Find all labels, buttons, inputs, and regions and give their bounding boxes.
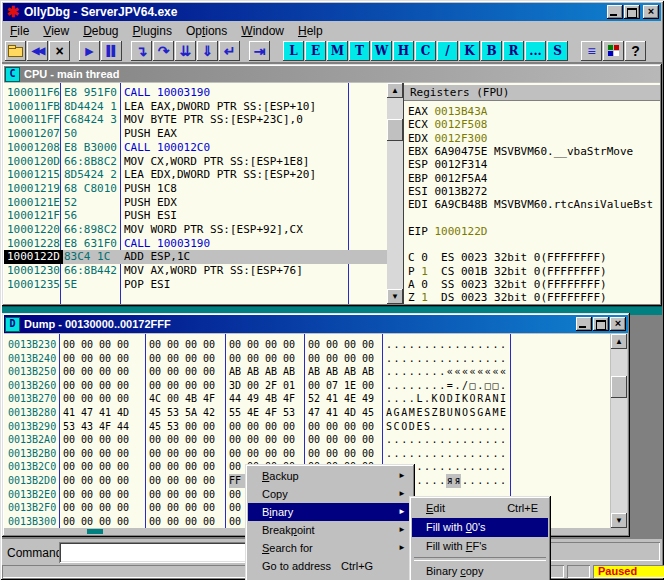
disasm-row[interactable]: 100012158D5424 2LEA EDX,DWORD PTR SS:[ES… [4, 168, 387, 182]
menu-item-go-to-address[interactable]: Go to addressCtrl+G [248, 557, 412, 575]
menubar-item-file[interactable]: File [3, 23, 36, 39]
appearance-icon[interactable] [603, 41, 624, 61]
dump-row[interactable]: 0013B2500000000000000000ABABABABABABABAB… [4, 365, 610, 379]
view-executables-button[interactable]: E [305, 41, 326, 61]
dump-row[interactable]: 0013B2A000000000000000000000000000000000… [4, 433, 610, 447]
view-source-button[interactable]: S [547, 41, 568, 61]
execute-till-return-icon[interactable]: ↵ [219, 41, 240, 61]
register-row[interactable]: EBX 6A90475E MSVBVM60.__vbaStrMove [408, 145, 660, 158]
dump-row[interactable]: 0013B26000000000000000003D002F0100071E00… [4, 379, 610, 393]
restart-icon[interactable]: ◀◀ [27, 41, 48, 61]
disasm-row[interactable]: 1000121F56PUSH ESI [4, 209, 387, 223]
disasm-row[interactable]: 10001228E8 631F0CALL 10003190 [4, 237, 387, 251]
maximize-button[interactable] [624, 5, 640, 19]
view-references-button[interactable]: R [503, 41, 524, 61]
disasm-scrollbar[interactable]: ▲ ▼ [387, 83, 403, 304]
menubar-item-window[interactable]: Window [234, 23, 291, 39]
hscroll-thumb[interactable] [87, 529, 103, 534]
step-over-icon[interactable]: ↷ [153, 41, 174, 61]
menubar-item-view[interactable]: View [36, 23, 76, 39]
scroll-thumb[interactable] [387, 119, 403, 141]
menu-item-binary[interactable]: Binary► [248, 503, 412, 521]
disasm-row[interactable]: 1000122D83C4 1CADD ESP,1C [4, 250, 387, 264]
register-row[interactable]: EDI 6A9CB48B MSVBVM60.rtcAnsiValueBst [408, 198, 660, 211]
menu-item-search-for[interactable]: Search for► [248, 539, 412, 557]
register-row[interactable]: A 0 SS 0023 32bit 0(FFFFFFFF) [408, 278, 660, 291]
dump-maximize-button[interactable] [593, 317, 609, 331]
cpu-title-bar[interactable]: C CPU - main thread [4, 66, 660, 82]
dump-row[interactable]: 0013B2804147414D45535A42554E4F5347414D45… [4, 406, 610, 420]
register-row[interactable]: ESI 0013B272 [408, 185, 660, 198]
register-row[interactable]: ESP 0012F314 [408, 158, 660, 171]
disasm-row[interactable]: 100012355EPOP ESI [4, 278, 387, 292]
view-breakpoints-button[interactable]: B [481, 41, 502, 61]
disasm-row[interactable]: 100011FB8D4424 1LEA EAX,DWORD PTR SS:[ES… [4, 100, 387, 114]
menu-item-fill-with-00-s[interactable]: Fill with 00's [412, 518, 548, 537]
dump-row[interactable]: 0013B23000000000000000000000000000000000… [4, 338, 610, 352]
scroll-down-icon[interactable]: ▼ [611, 513, 627, 528]
animate-into-icon[interactable]: ⇊ [175, 41, 196, 61]
dump-row[interactable]: 0013B2B000000000000000000000000000000000… [4, 447, 610, 461]
register-row[interactable]: Z 1 DS 0023 32bit 0(FFFFFFFF) [408, 291, 660, 304]
register-row[interactable]: EAX 0013B43A [408, 105, 660, 118]
register-row[interactable]: ECX 0012F508 [408, 118, 660, 131]
menubar-item-options[interactable]: Options [179, 23, 234, 39]
disasm-row[interactable]: 1000121968 C8010PUSH 1C8 [4, 182, 387, 196]
registers-panel[interactable]: Registers (FPU) EAX 0013B43AECX 0012F508… [403, 83, 660, 304]
disasm-row[interactable]: 1000122066:898C2MOV WORD PTR SS:[ESP+92]… [4, 223, 387, 237]
scroll-down-icon[interactable]: ▼ [387, 289, 403, 304]
command-combobox[interactable]: ▼ [59, 542, 265, 563]
go-to-icon[interactable]: ⇥ [249, 41, 270, 61]
view-run-trace-button[interactable]: ... [525, 41, 546, 61]
dump-title-bar[interactable]: D Dump - 00130000..00172FFF × [4, 315, 628, 333]
open-file-icon[interactable] [5, 41, 26, 61]
disassembly-panel[interactable]: 100011F6E8 951F0CALL 10003190100011FB8D4… [4, 83, 387, 304]
menubar-item-plugins[interactable]: Plugins [126, 23, 179, 39]
scroll-up-icon[interactable]: ▲ [387, 83, 403, 98]
menubar-item-debug[interactable]: Debug [76, 23, 125, 39]
menu-item-edit[interactable]: EditCtrl+E [412, 499, 548, 518]
dump-row[interactable]: 0013B29053434F44455300000000000000000000… [4, 420, 610, 434]
menu-item-breakpoint[interactable]: Breakpoint► [248, 521, 412, 539]
menu-item-backup[interactable]: Backup► [248, 467, 412, 485]
menu-item-fill-with-ff-s[interactable]: Fill with FF's [412, 537, 548, 556]
disasm-row[interactable]: 1000121E52PUSH EDX [4, 196, 387, 210]
minimize-button[interactable] [607, 5, 623, 19]
scroll-thumb[interactable] [611, 376, 627, 398]
dump-row[interactable]: 0013B270000000004C004B4F44494B4F52414E49… [4, 392, 610, 406]
disasm-row[interactable]: 1000123066:8B442MOV AX,WORD PTR SS:[ESP+… [4, 264, 387, 278]
view-call-stack-button[interactable]: K [459, 41, 480, 61]
command-input[interactable] [62, 545, 245, 560]
close-program-icon[interactable]: × [49, 41, 70, 61]
disasm-row[interactable]: 100011FFC68424 3MOV BYTE PTR SS:[ESP+23C… [4, 113, 387, 127]
menubar-item-help[interactable]: Help [291, 23, 330, 39]
view-windows-button[interactable]: W [371, 41, 392, 61]
disasm-row[interactable]: 10001208E8 B3000CALL 100012C0 [4, 141, 387, 155]
menu-item-copy[interactable]: Copy► [248, 485, 412, 503]
animate-over-icon[interactable]: ⇓ [197, 41, 218, 61]
view-log-button[interactable]: L [283, 41, 304, 61]
register-row[interactable]: EBP 0012F5A4 [408, 172, 660, 185]
dump-scrollbar[interactable]: ▲ ▼ [611, 334, 627, 528]
register-row[interactable]: EDX 0012F300 [408, 132, 660, 145]
title-bar[interactable]: ✱ OllyDbg - ServerJPV64.exe × [3, 3, 661, 21]
step-into-icon[interactable]: ↴ [131, 41, 152, 61]
windows-list-icon[interactable]: ≡ [581, 41, 602, 61]
disasm-row[interactable]: 1000120D66:8B8C2MOV CX,WORD PTR SS:[ESP+… [4, 155, 387, 169]
run-icon[interactable]: ► [79, 41, 100, 61]
scroll-up-icon[interactable]: ▲ [611, 334, 627, 349]
view-handles-button[interactable]: H [393, 41, 414, 61]
disasm-row[interactable]: 100011F6E8 951F0CALL 10003190 [4, 86, 387, 100]
menu-item-binary-copy[interactable]: Binary copy [412, 562, 548, 580]
view-cpu-button[interactable]: C [415, 41, 436, 61]
view-threads-button[interactable]: T [349, 41, 370, 61]
dump-close-button[interactable]: × [610, 317, 626, 331]
dump-minimize-button[interactable] [576, 317, 592, 331]
register-row[interactable]: C 0 ES 0023 32bit 0(FFFFFFFF) [408, 251, 660, 264]
view-memory-button[interactable]: M [327, 41, 348, 61]
close-button[interactable]: × [643, 5, 659, 19]
register-row[interactable]: EIP 1000122D [408, 225, 660, 238]
pause-icon[interactable]: ▌▌ [101, 41, 122, 61]
register-row[interactable]: P 1 CS 001B 32bit 0(FFFFFFFF) [408, 265, 660, 278]
dump-row[interactable]: 0013B24000000000000000000000000000000000… [4, 352, 610, 366]
